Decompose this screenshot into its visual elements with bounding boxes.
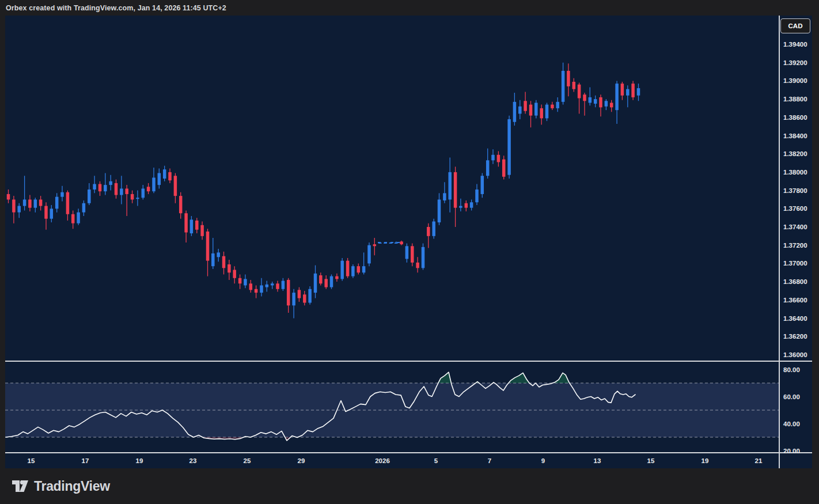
price-axis-label: 1.37800 [783,187,807,194]
candle-body [351,266,355,276]
footer-bar: TradingView [0,468,819,504]
candle-body [50,209,54,218]
price-axis-label: 1.38000 [783,169,807,176]
candle-body [367,245,371,264]
price-axis-label: 1.39200 [783,59,807,66]
candle-body [131,194,134,200]
time-axis[interactable]: 151719232529202657913151921 [0,453,779,468]
candle-body [621,84,624,96]
candle-body [174,176,177,196]
candle-body [513,102,517,122]
candle-body [60,192,64,197]
candle-body [330,276,333,287]
candle-body [470,202,473,208]
candle-body [454,172,457,208]
candle-body [465,203,468,208]
candle-body [88,190,91,203]
price-axis-label: 1.38200 [783,150,807,157]
candle-body [615,84,619,110]
candle-body [115,183,118,195]
time-axis-label: 25 [244,457,251,464]
candle-body [7,194,10,200]
candle-body [104,185,107,191]
candle-body [71,214,75,223]
tradingview-logo-text: TradingView [34,479,110,494]
attribution-bar: Orbex created with TradingView.com, Jan … [0,0,819,16]
candle-body [158,173,161,185]
candle-body [637,88,640,96]
price-axis-label: 1.37000 [783,260,807,267]
candle-body [55,197,59,209]
candle-body [599,97,602,107]
candle-body [443,193,446,200]
candle-body [567,71,570,86]
candle-body [39,199,43,206]
candle-body [249,283,253,290]
chart-canvas[interactable] [0,16,779,468]
candle-body [44,206,48,219]
candle-body [378,242,382,244]
candle-body [125,188,128,194]
candle-body [373,244,377,246]
pane-divider[interactable] [0,361,812,362]
time-axis-label: 2026 [375,457,390,464]
candle-body [12,199,16,212]
time-axis-label: 21 [755,457,763,464]
candle-body [222,256,226,268]
candle-body [626,89,630,96]
currency-label: CAD [788,22,803,29]
candle-body [93,184,96,190]
candle-body [502,160,506,177]
candle-body [534,103,538,115]
candle-body [82,203,86,213]
candle-body [610,103,613,107]
price-axis[interactable]: CAD 1.394001.392001.390001.388001.386001… [780,16,812,468]
price-axis-label: 1.36200 [783,333,807,340]
candle-body [147,187,150,191]
time-axis-label: 15 [28,457,35,464]
candle-body [589,97,592,103]
candle-body [427,227,430,236]
candle-body [266,285,269,287]
candle-body [507,119,511,175]
candle-body [578,85,581,98]
time-axis-label: 5 [434,457,438,464]
candle-body [77,213,80,223]
rsi-axis-label: 60.00 [783,393,800,400]
candle-body [136,198,139,199]
candle-body [98,184,102,192]
candle-body [238,278,242,284]
candle-body [605,101,608,107]
candle-body [319,275,323,283]
right-margin [812,0,819,504]
candle-body [346,261,350,276]
candle-body [217,252,220,257]
time-axis-label: 19 [702,457,709,464]
currency-label-button[interactable]: CAD [780,18,810,33]
candle-body [422,247,425,268]
rsi-axis-label: 40.00 [783,420,800,427]
candle-body [200,225,204,236]
candle-body [340,261,344,279]
candle-body [120,188,123,195]
candle-body [152,177,156,191]
price-axis-label: 1.37200 [783,242,807,249]
price-axis-label: 1.36400 [783,315,807,322]
candle-body [34,199,37,207]
candle-body [572,82,576,89]
candle-body [432,221,435,236]
candle-body [292,293,295,305]
candle-body [416,263,419,268]
candle-body [255,289,258,293]
candle-body [298,290,301,298]
tradingview-logo[interactable]: TradingView [12,479,110,494]
candle-body [66,192,70,214]
candle-body [324,279,328,287]
candle-body [384,242,387,244]
candle-body [362,266,366,272]
candle-body [184,213,188,232]
candle-body [260,285,263,293]
candle-body [459,206,462,208]
candle-body [23,199,26,206]
candle-body [594,99,597,104]
